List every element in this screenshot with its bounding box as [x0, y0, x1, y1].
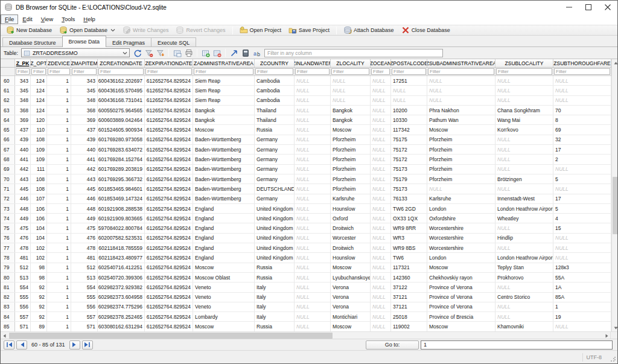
row-number[interactable]: 65 [1, 125, 15, 134]
cell[interactable]: 76133 [391, 194, 427, 203]
row-number[interactable]: 79 [1, 263, 15, 272]
cell[interactable]: England [193, 243, 255, 252]
cell[interactable]: Russia [255, 125, 295, 134]
cell[interactable]: Province of Brescia [427, 312, 495, 321]
cell[interactable]: 25018 [391, 312, 427, 321]
cell[interactable]: 571 [15, 322, 31, 331]
cell[interactable]: Phra Nakhon [427, 106, 495, 115]
cell[interactable]: 601921908.288538 [98, 204, 145, 213]
cell[interactable]: Worcester [331, 234, 371, 243]
cell[interactable]: NULL [371, 214, 391, 223]
menu-view[interactable]: View [37, 14, 57, 24]
cell[interactable]: 70 [553, 106, 611, 115]
cell[interactable]: 5 [553, 174, 611, 184]
cell[interactable]: Cambodia [255, 86, 295, 95]
cell[interactable]: 1 [47, 243, 71, 252]
cell[interactable]: 597084022.800784 [98, 223, 145, 232]
cell[interactable]: NULL [331, 96, 371, 105]
cell[interactable]: 445 [71, 184, 98, 193]
cell[interactable]: 555 [15, 293, 31, 302]
cell[interactable]: 600550275.964565 [98, 106, 145, 115]
cell[interactable]: 612652764.829524 [145, 263, 193, 272]
cell[interactable]: 1 [47, 214, 71, 223]
goto-record-input[interactable] [421, 340, 613, 350]
cell[interactable]: Germany [255, 135, 295, 144]
cell[interactable]: 612652764.829524 [145, 106, 193, 115]
cell[interactable]: Worcestershire [427, 243, 495, 252]
cell[interactable]: Innenstadt-West [495, 194, 553, 203]
row-number[interactable]: 61 [1, 86, 15, 95]
cell[interactable]: Moscow [331, 322, 371, 331]
cell[interactable]: NULL [495, 302, 553, 311]
column-header-zinlandwater[interactable]: ZINLANDWATER [295, 59, 331, 67]
cell[interactable]: 107 [31, 194, 47, 203]
cell[interactable]: Pforzheim [331, 135, 371, 144]
cell[interactable]: Moscow [331, 263, 371, 272]
cell[interactable]: Khamovniki [495, 322, 553, 331]
cell[interactable]: Germany [255, 145, 295, 154]
cell[interactable]: Worcestershire [427, 234, 495, 243]
cell[interactable]: Pforzheim [427, 145, 495, 154]
cell[interactable]: 343 [71, 76, 98, 85]
filter-input-zpostalcode[interactable] [392, 68, 426, 75]
goto-next-button[interactable] [69, 340, 80, 350]
cell[interactable]: 556 [15, 302, 31, 311]
cell[interactable]: 448 [71, 204, 98, 213]
cell[interactable]: NULL [427, 76, 495, 85]
row-number[interactable]: 70 [1, 174, 15, 184]
close-database-button[interactable]: Close Database [398, 25, 454, 35]
cell[interactable]: 601524605.900934 [98, 125, 145, 134]
filter-input-zexpirationdate[interactable] [145, 68, 192, 75]
cell[interactable]: Droitwich [331, 223, 371, 232]
row-number[interactable]: 77 [1, 243, 15, 252]
cell[interactable]: Baden-Württemberg [193, 194, 255, 203]
cell[interactable]: London Heathrow Airport [495, 204, 553, 213]
save-filter-icon[interactable] [155, 48, 165, 58]
cell[interactable]: NULL [295, 86, 331, 95]
cell[interactable]: NULL [495, 86, 553, 95]
cell[interactable]: NULL [295, 302, 331, 311]
cell[interactable]: 142360 [391, 273, 427, 282]
cell[interactable]: 1 [47, 204, 71, 213]
cell[interactable]: 1 [47, 96, 71, 105]
cell[interactable]: 513 [15, 273, 31, 282]
cell[interactable]: Russia [255, 322, 295, 331]
cell[interactable]: 345 [15, 86, 31, 95]
cell[interactable]: 440 [71, 145, 98, 154]
cell[interactable]: 571 [71, 322, 98, 331]
cell[interactable]: 445 [15, 184, 31, 193]
cell[interactable]: London [427, 204, 495, 213]
cell[interactable]: 612652764.829524 [145, 194, 193, 203]
cell[interactable]: NULL [295, 135, 331, 144]
cell[interactable]: 600436165.570495 [98, 86, 145, 95]
cell[interactable]: 612652764.829524 [145, 135, 193, 144]
cell[interactable]: United Kingdom [255, 204, 295, 213]
cell[interactable]: Italy [255, 293, 295, 302]
cell[interactable]: Pforzheim [331, 184, 371, 193]
column-header-zsubthoroughfare[interactable]: ZSUBTHOROUGHFARE [553, 59, 611, 67]
cell[interactable]: 612652764.829524 [145, 115, 193, 124]
cell[interactable]: 124 [31, 96, 47, 105]
cell[interactable]: 442 [15, 165, 31, 174]
row-number[interactable]: 85 [1, 322, 15, 331]
cell[interactable]: 75172 [391, 155, 427, 164]
cell[interactable]: 37121 [391, 293, 427, 302]
cell[interactable]: NULL [553, 243, 611, 252]
cell[interactable]: 475 [15, 223, 31, 232]
cell[interactable]: 37121 [391, 302, 427, 311]
cell[interactable]: 75172 [391, 145, 427, 154]
filter-input-z_pk[interactable] [16, 68, 30, 75]
format-toggle-icon[interactable]: ab [252, 48, 262, 58]
horizontal-scrollbar[interactable] [1, 331, 617, 339]
cell[interactable]: 449 [15, 214, 31, 223]
cell[interactable]: Baden-Württemberg [193, 155, 255, 164]
cell[interactable]: 612652764.829524 [145, 125, 193, 134]
cell[interactable]: 612652764.829524 [145, 243, 193, 252]
cell[interactable]: Centro Storico [495, 293, 553, 302]
cell[interactable]: 1 [47, 86, 71, 95]
cell[interactable]: Italy [255, 283, 295, 292]
cell[interactable]: England [193, 204, 255, 213]
cell[interactable]: Moscow [427, 322, 495, 331]
filter-input-zadministrativearea[interactable] [194, 68, 253, 75]
cell[interactable]: 8 [553, 115, 611, 124]
